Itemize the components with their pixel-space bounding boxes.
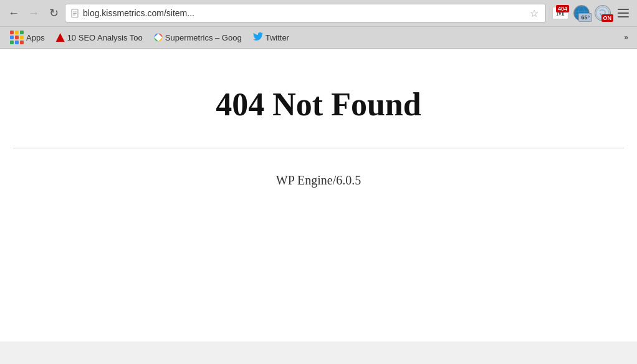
- menu-line-1: [618, 9, 629, 10]
- apps-grid-icon: [10, 31, 24, 44]
- forward-button[interactable]: →: [25, 4, 42, 22]
- content-divider: [13, 148, 624, 148]
- seo-favicon-icon: [56, 33, 65, 42]
- toolbar: ← → ↻ blog.kissmetrics.com/sitem... ☆ M …: [0, 0, 637, 26]
- gmail-extension[interactable]: M 404: [551, 4, 570, 22]
- twitter-bird-icon: [253, 31, 263, 44]
- on-badge: ON: [601, 14, 614, 22]
- bookmarks-bar: Apps 10 SEO Analysis Too Supermetrics – …: [0, 26, 637, 48]
- weather-temp-badge: 65°: [578, 13, 592, 22]
- menu-button[interactable]: [615, 4, 632, 22]
- weather-extension[interactable]: 65°: [572, 4, 591, 22]
- twitter-label: Twitter: [266, 33, 289, 42]
- menu-line-2: [618, 12, 629, 14]
- reload-button[interactable]: ↻: [45, 4, 62, 22]
- bookmark-apps[interactable]: Apps: [5, 29, 50, 46]
- on-extension[interactable]: ON: [593, 4, 612, 22]
- bookmark-seo[interactable]: 10 SEO Analysis Too: [51, 31, 148, 44]
- browser-chrome: ← → ↻ blog.kissmetrics.com/sitem... ☆ M …: [0, 0, 637, 49]
- extensions-area: M 404 65°: [551, 4, 632, 22]
- apps-label: Apps: [26, 33, 45, 42]
- svg-point-11: [156, 36, 160, 39]
- error-heading: 404 Not Found: [216, 86, 421, 123]
- more-bookmarks-button[interactable]: »: [620, 31, 632, 44]
- page-icon: [70, 8, 79, 18]
- seo-label: 10 SEO Analysis Too: [67, 33, 143, 42]
- back-button[interactable]: ←: [5, 4, 22, 22]
- menu-line-3: [618, 16, 629, 17]
- bookmark-star-button[interactable]: ☆: [528, 7, 540, 19]
- chrome-favicon-icon: [154, 33, 163, 42]
- address-bar[interactable]: blog.kissmetrics.com/sitem... ☆: [65, 4, 546, 22]
- bookmark-twitter[interactable]: Twitter: [248, 29, 294, 46]
- engine-text: WP Engine/6.0.5: [276, 173, 361, 188]
- supermetrics-label: Supermetrics – Goog: [165, 33, 242, 42]
- address-text: blog.kissmetrics.com/sitem...: [83, 8, 524, 18]
- page-content: 404 Not Found WP Engine/6.0.5: [0, 49, 637, 342]
- bookmark-supermetrics[interactable]: Supermetrics – Goog: [149, 31, 247, 44]
- gmail-badge: 404: [556, 5, 569, 12]
